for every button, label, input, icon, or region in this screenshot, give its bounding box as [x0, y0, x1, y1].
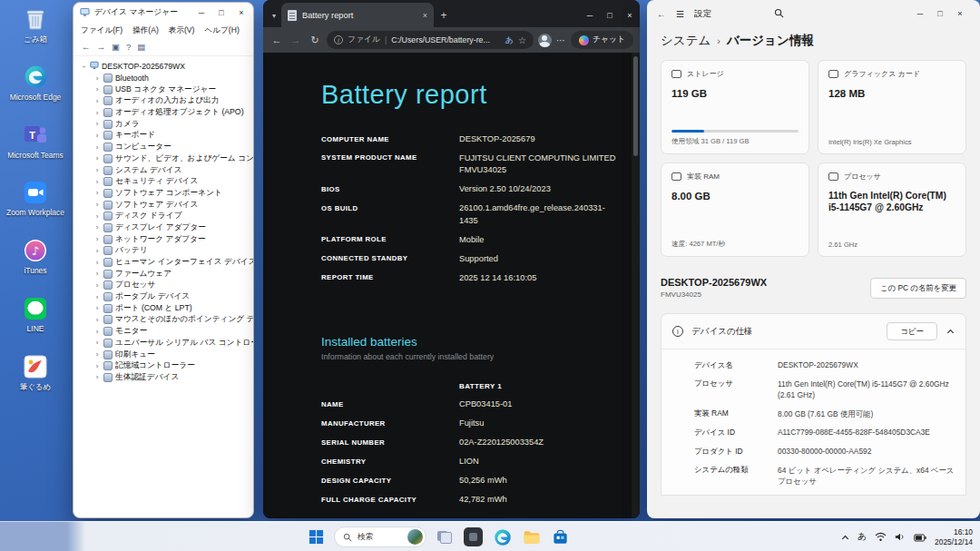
address-bar[interactable]: i ファイル | C:/Users/USER/battery-re... あ ☆	[327, 31, 534, 49]
expander-closed-icon[interactable]: ›	[93, 132, 101, 140]
expander-closed-icon[interactable]: ›	[93, 201, 101, 209]
tree-root-row[interactable]: › DESKTOP-2025679WX	[80, 61, 253, 73]
taskbar-clock[interactable]: 16:10 2025/12/14	[935, 527, 973, 547]
wifi-icon[interactable]	[875, 529, 887, 546]
expander-closed-icon[interactable]: ›	[93, 373, 101, 381]
task-view-button[interactable]	[433, 526, 456, 548]
help-icon[interactable]: ?	[126, 43, 131, 52]
tree-row[interactable]: › オーディオ処理オブジェクト (APO)	[80, 107, 253, 119]
tree-row[interactable]: › マウスとそのほかのポインティング デバイス	[80, 314, 253, 326]
desktop-icon-recycle-bin[interactable]: ごみ箱	[5, 5, 65, 44]
expander-closed-icon[interactable]: ›	[93, 235, 101, 243]
maximize-button[interactable]: □	[211, 5, 231, 21]
tree-row[interactable]: › 印刷キュー	[80, 349, 253, 360]
expander-closed-icon[interactable]: ›	[93, 293, 101, 301]
expander-closed-icon[interactable]: ›	[93, 281, 101, 290]
tree-row[interactable]: › ファームウェア	[80, 268, 253, 280]
expander-closed-icon[interactable]: ›	[93, 74, 101, 83]
desktop-icon-line[interactable]: LINE	[5, 295, 65, 334]
page-info-icon[interactable]: i	[334, 35, 343, 44]
tree-row[interactable]: › オーディオの入力および出力	[80, 95, 253, 107]
tree-row[interactable]: › モニター	[80, 326, 253, 338]
expander-closed-icon[interactable]: ›	[93, 85, 101, 93]
expander-closed-icon[interactable]: ›	[93, 166, 101, 174]
search-icon[interactable]	[774, 8, 784, 20]
back-icon[interactable]: ←	[657, 9, 666, 19]
expander-closed-icon[interactable]: ›	[93, 304, 101, 312]
expander-closed-icon[interactable]: ›	[93, 223, 101, 231]
tree-row[interactable]: › 生体認証デバイス	[80, 372, 253, 384]
expander-closed-icon[interactable]: ›	[93, 212, 101, 221]
microsoft-store-button[interactable]	[549, 526, 572, 548]
tree-row[interactable]: › ソフトウェア デバイス	[80, 199, 253, 211]
tree-row[interactable]: › ポート (COM と LPT)	[80, 302, 253, 314]
menu-item[interactable]: ファイル(F)	[81, 25, 122, 36]
desktop-icon-teams[interactable]: T Microsoft Teams	[5, 122, 65, 161]
desktop-icon-itunes[interactable]: ♪ iTunes	[5, 237, 65, 276]
rename-pc-button[interactable]: この PC の名前を変更	[870, 278, 966, 299]
tree-row[interactable]: › ポータブル デバイス	[80, 291, 253, 303]
back-icon[interactable]: ←	[82, 43, 91, 52]
favorite-star-icon[interactable]: ☆	[518, 35, 526, 45]
expander-closed-icon[interactable]: ›	[93, 316, 101, 324]
copilot-chat-button[interactable]: チャット	[571, 31, 633, 49]
minimize-button[interactable]: ─	[580, 4, 600, 27]
expander-closed-icon[interactable]: ›	[93, 350, 101, 359]
breadcrumb-parent[interactable]: システム	[661, 33, 710, 49]
desktop-icon-fudegurume[interactable]: 筆ぐるめ	[5, 353, 65, 392]
expander-closed-icon[interactable]: ›	[93, 270, 101, 278]
expander-closed-icon[interactable]: ›	[93, 120, 101, 128]
minimize-button[interactable]: ─	[191, 5, 211, 21]
maximize-button[interactable]: □	[600, 4, 620, 27]
edge-taskbar-button[interactable]	[491, 526, 514, 548]
volume-icon[interactable]	[895, 529, 906, 546]
close-button[interactable]: ×	[231, 5, 251, 21]
close-button[interactable]: ×	[950, 5, 970, 22]
tree-row[interactable]: › プロセッサ	[80, 280, 253, 291]
hamburger-menu-icon[interactable]: ☰	[676, 9, 684, 19]
tree-row[interactable]: › 記憶域コントローラー	[80, 360, 253, 372]
expander-closed-icon[interactable]: ›	[93, 178, 101, 186]
close-button[interactable]: ×	[620, 4, 640, 27]
chevron-up-icon[interactable]	[946, 328, 955, 336]
tree-row[interactable]: › バッテリ	[80, 245, 253, 257]
scrollbar-thumb[interactable]	[633, 56, 638, 156]
tree-row[interactable]: › サウンド、ビデオ、およびゲーム コントローラー	[80, 153, 253, 165]
expander-closed-icon[interactable]: ›	[93, 97, 101, 105]
tree-row[interactable]: › ディスプレイ アダプター	[80, 222, 253, 234]
tree-row[interactable]: › ネットワーク アダプター	[80, 233, 253, 245]
read-aloud-icon[interactable]: あ	[505, 34, 514, 46]
forward-icon[interactable]: →	[289, 34, 303, 45]
expander-closed-icon[interactable]: ›	[93, 328, 101, 336]
menu-item[interactable]: 表示(V)	[169, 25, 195, 36]
browser-menu-icon[interactable]: ⋯	[556, 35, 566, 45]
browser-tab-active[interactable]: Battery report ×	[281, 3, 434, 27]
desktop-icon-zoom[interactable]: Zoom Workplace	[5, 179, 65, 218]
tab-close-icon[interactable]: ×	[423, 11, 427, 20]
tree-row[interactable]: › セキュリティ デバイス	[80, 176, 253, 188]
tab-search-chevron-icon[interactable]: ▾	[267, 4, 281, 27]
expander-closed-icon[interactable]: ›	[93, 339, 101, 347]
expander-closed-icon[interactable]: ›	[93, 109, 101, 117]
refresh-icon[interactable]: ↻	[308, 34, 322, 46]
tree-row[interactable]: › USB コネクタ マネージャー	[80, 84, 253, 95]
menu-item[interactable]: 操作(A)	[132, 25, 159, 36]
minimize-button[interactable]: ─	[910, 5, 930, 22]
expander-open-icon[interactable]: ›	[80, 63, 88, 70]
profile-avatar[interactable]	[538, 34, 552, 47]
device-spec-header[interactable]: i デバイスの仕様 コピー	[662, 314, 965, 349]
file-explorer-button[interactable]	[520, 526, 543, 548]
desktop-icon-edge[interactable]: Microsoft Edge	[5, 64, 65, 103]
scan-icon[interactable]: ▤	[137, 43, 145, 52]
maximize-button[interactable]: □	[930, 5, 950, 22]
expander-closed-icon[interactable]: ›	[93, 143, 101, 152]
ime-mode-indicator[interactable]: あ	[858, 531, 867, 543]
tree-row[interactable]: › コンピューター	[80, 142, 253, 153]
window-pane-icon[interactable]: ▣	[112, 43, 120, 52]
tree-row[interactable]: › システム デバイス	[80, 164, 253, 176]
battery-icon[interactable]	[914, 529, 926, 546]
expander-closed-icon[interactable]: ›	[93, 154, 101, 162]
pinned-app-button[interactable]	[462, 526, 485, 548]
hidden-icons-chevron-icon[interactable]	[841, 529, 849, 546]
tree-row[interactable]: › ソフトウェア コンポーネント	[80, 188, 253, 200]
